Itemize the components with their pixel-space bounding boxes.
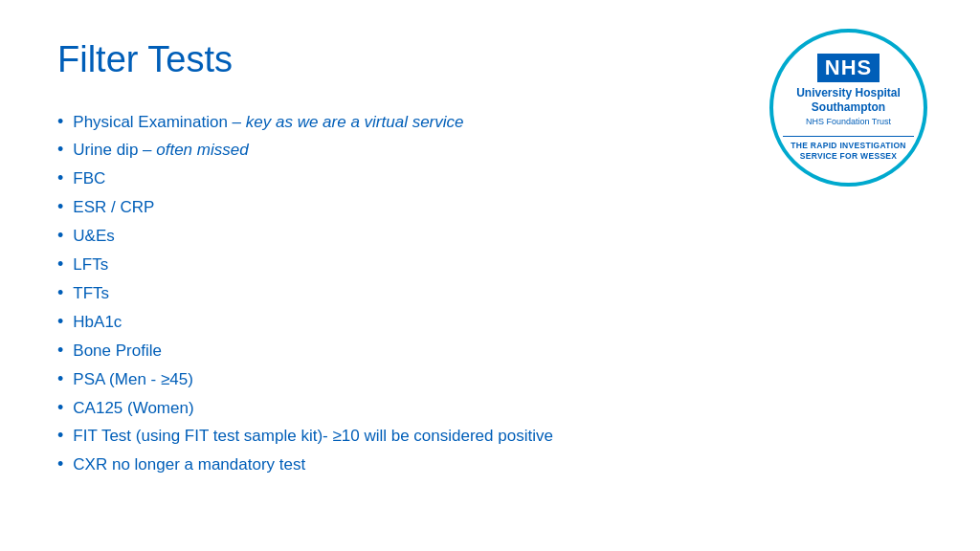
item-text: Physical Examination – key as we are a v… [73,110,463,135]
item-text: U&Es [73,224,114,249]
list-item: • PSA (Men - ≥45) [57,366,923,393]
bullet-point: • [57,338,63,364]
item-text: FIT Test (using FIT test sample kit)- ≥1… [73,424,553,449]
list-item: • U&Es [57,223,923,250]
list-item: • CA125 (Women) [57,395,923,422]
bullet-point: • [57,165,63,192]
list-item: • FIT Test (using FIT test sample kit)- … [57,423,923,450]
list-item: • Bone Profile [57,338,923,364]
nhs-trust: NHS Foundation Trust [806,117,891,126]
item-text: CXR no longer a mandatory test [73,452,305,477]
list-item: • TFTs [57,280,923,307]
list-item: • ESR / CRP [57,194,923,221]
item-text: HbA1c [73,310,122,335]
item-text: PSA (Men - ≥45) [73,367,193,392]
bullet-point: • [57,395,63,422]
item-text: CA125 (Women) [73,396,193,421]
bullet-point: • [57,423,63,450]
bullet-point: • [57,137,63,164]
item-text: Bone Profile [73,339,162,364]
bullet-point: • [57,109,63,136]
list-item: • HbA1c [57,309,923,336]
bullet-point: • [57,194,63,221]
nhs-logo-container: NHS University HospitalSouthampton NHS F… [769,29,932,191]
bullet-point: • [57,309,63,336]
nhs-hospital-name: University HospitalSouthampton [796,86,901,116]
page-container: Filter Tests NHS University HospitalSout… [0,0,980,551]
nhs-circle: NHS University HospitalSouthampton NHS F… [769,29,927,187]
list-item: • CXR no longer a mandatory test [57,452,923,478]
nhs-divider [783,136,914,137]
nhs-service-text: THE RAPID INVESTIGATION SERVICE FOR WESS… [791,141,906,162]
bullet-point: • [57,252,63,278]
nhs-badge: NHS [817,54,880,82]
list-item: • LFTs [57,252,923,278]
item-text: TFTs [73,281,109,306]
item-text: ESR / CRP [73,195,154,220]
bullet-point: • [57,223,63,250]
bullet-point: • [57,366,63,393]
item-text: LFTs [73,253,108,277]
item-text: Urine dip – often missed [73,138,248,163]
item-text: FBC [73,166,105,191]
bullet-point: • [57,280,63,307]
bullet-point: • [57,452,63,478]
